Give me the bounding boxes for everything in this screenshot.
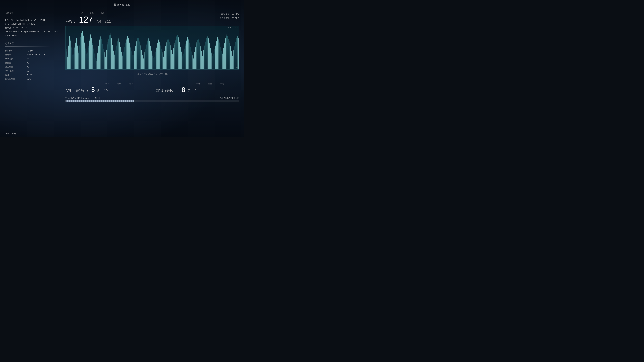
gpu-min-label: 最低 (206, 82, 213, 85)
settings-row: 视野100% (5, 73, 62, 77)
gpu-max-label: 最高 (218, 82, 225, 85)
chart-svg (66, 26, 239, 69)
chart-y-max: 211 (235, 27, 238, 29)
gpu-avg-value: 8 (182, 86, 185, 93)
settings-key: 反锯齿 (5, 61, 27, 65)
cpu-max-value: 19 (104, 89, 108, 93)
gpu-timing-prefix: GPU（毫秒）： (156, 88, 180, 93)
fps-min-value: 54 (97, 19, 101, 24)
fps-low1pct: 最低 1%： 93 FPS (219, 12, 239, 16)
fps-low01pct-label: 最低 0.1%： (219, 17, 231, 19)
fps-avg-value: 127 (79, 15, 92, 24)
gpu-timing-values: GPU（毫秒）： 8 7 9 (156, 86, 239, 93)
fps-low1pct-value: 93 FPS (232, 12, 239, 15)
vram-header: VRAM (NVIDIA GeForce RTX 4070) 4767 MB/1… (66, 97, 239, 99)
fps-min-label: 最低 (90, 12, 94, 14)
gpu-max-value: 9 (194, 89, 196, 93)
fps-header: 平均 最低 最高 FPS： 127 54 211 (66, 12, 239, 24)
cpu-min-label: 最低 (116, 82, 123, 85)
fps-max-label: 最高 (100, 12, 104, 14)
settings-value: 2560 x 1440 (x1.00) (27, 53, 45, 57)
title-bar: 性能评估结果 (0, 0, 244, 8)
gpu-timing-block: 平均 最低 最高 GPU（毫秒）： 8 7 9 (149, 82, 239, 93)
fps-right: 最低 1%： 93 FPS 最低 0.1%： 66 FPS (219, 12, 239, 20)
vram-value: 4767 MB/12026 MB (220, 97, 239, 99)
settings-row: 自适应质量关闭 (5, 77, 62, 81)
driver-info: Driver: 531.61 (5, 33, 62, 37)
gpu-min-value: 7 (188, 89, 190, 93)
chart-fps-label: FPS (228, 27, 232, 29)
settings-key: 垂直同步 (5, 57, 27, 61)
cpu-timing-others: 5 19 (97, 87, 108, 93)
esc-button[interactable]: Esc (5, 132, 10, 135)
settings-value: 关闭 (27, 77, 31, 81)
vram-bar-bg (66, 100, 239, 102)
fps-low01pct-value: 66 FPS (232, 17, 239, 19)
system-info-divider (5, 16, 62, 16)
right-panel: 平均 最低 最高 FPS： 127 54 211 (66, 12, 239, 127)
rendered-info: 已渲染帧数：10805 帧，耗时 57 秒。 (66, 71, 239, 76)
timing-section: 平均 最低 最高 CPU（毫秒）： 8 5 19 (66, 81, 239, 93)
cpu-timing-block: 平均 最低 最高 CPU（毫秒）： 8 5 19 (66, 82, 149, 93)
settings-value: 高 (27, 61, 29, 65)
cpu-min-value: 5 (97, 89, 99, 93)
settings-row: 窗口模式无边框 (5, 49, 62, 53)
gpu-avg-label: 平均 (194, 82, 201, 85)
left-panel: 系统信息 CPU：13th Gen Intel(R) Core(TM) i5-1… (5, 12, 62, 127)
settings-value: 关 (27, 57, 29, 61)
gpu-info: GPU: NVIDIA GeForce RTX 4070 (5, 22, 62, 26)
fps-min-max: 54 211 (97, 16, 111, 24)
settings-row: 反锯齿高 (5, 61, 62, 65)
cpu-timing-values: CPU（毫秒）： 8 5 19 (66, 86, 149, 93)
cpu-avg-label: 平均 (104, 82, 111, 85)
settings-row: 分辨率2560 x 1440 (x1.00) (5, 53, 62, 57)
cpu-timing-prefix: CPU（毫秒）： (66, 88, 89, 93)
settings-key: FPS 限制 (5, 69, 27, 73)
settings-value: 高 (27, 65, 29, 69)
cpu-max-label: 最高 (128, 82, 135, 85)
settings-key: 窗口模式 (5, 49, 27, 53)
fps-values-row: FPS： 127 54 211 (66, 15, 111, 24)
settings-row: FPS 限制关 (5, 69, 62, 73)
game-settings-title: 游戏设置 (5, 42, 62, 45)
fps-labels-row: 平均 最低 最高 (79, 12, 111, 14)
cpu-avg-value: 8 (91, 86, 94, 93)
chart-y-min: 54 (236, 67, 238, 69)
settings-value: 100% (27, 73, 32, 77)
settings-value: 无边框 (27, 49, 33, 53)
fps-prefix: FPS： (66, 19, 76, 24)
page-title: 性能评估结果 (114, 3, 130, 6)
vram-title: VRAM (NVIDIA GeForce RTX 4070) (66, 97, 100, 99)
fps-max-value: 211 (105, 19, 111, 24)
game-settings-section: 游戏设置 窗口模式无边框分辨率2560 x 1440 (x1.00)垂直同步关反… (5, 42, 62, 81)
settings-key: 画面质量 (5, 65, 27, 69)
settings-key: 分辨率 (5, 53, 27, 57)
fps-low01pct: 最低 0.1%： 66 FPS (219, 16, 239, 20)
vram-section: VRAM (NVIDIA GeForce RTX 4070) 4767 MB/1… (66, 95, 239, 103)
settings-value: 关 (27, 69, 29, 73)
display-info: 显示器：VX2731-4K-HD (5, 26, 62, 30)
system-info-section: 系统信息 CPU：13th Gen Intel(R) Core(TM) i5-1… (5, 12, 62, 37)
system-info-title: 系统信息 (5, 12, 62, 15)
close-label: 关闭 (12, 132, 16, 135)
settings-key: 视野 (5, 73, 27, 77)
fps-low1pct-label: 最低 1%： (221, 12, 231, 15)
settings-key: 自适应质量 (5, 77, 27, 81)
fps-avg-label: 平均 (79, 12, 83, 14)
settings-row: 垂直同步关 (5, 57, 62, 61)
settings-table: 窗口模式无边框分辨率2560 x 1440 (x1.00)垂直同步关反锯齿高画面… (5, 49, 62, 81)
cpu-info: CPU：13th Gen Intel(R) Core(TM) i5-13490F (5, 18, 62, 22)
vram-bar-fill (66, 100, 134, 102)
fps-left: 平均 最低 最高 FPS： 127 54 211 (66, 12, 111, 24)
fps-chart: FPS 211 54 (66, 26, 239, 69)
os-info: OS: Windows 10 Enterprise Edition 64-bit… (5, 30, 62, 33)
gpu-timing-others: 7 9 (188, 87, 196, 93)
bottom-bar: Esc 关闭 (0, 130, 244, 137)
settings-row: 画面质量高 (5, 65, 62, 69)
